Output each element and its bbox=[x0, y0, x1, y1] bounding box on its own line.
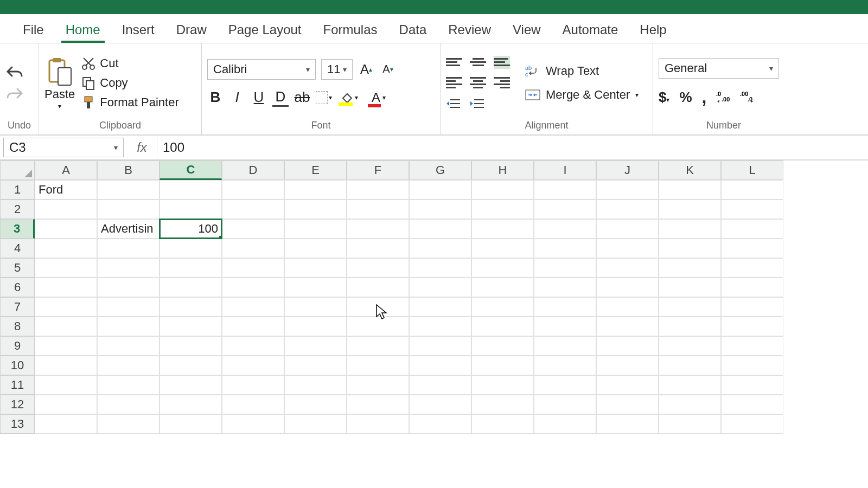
cell-F1[interactable] bbox=[347, 180, 409, 200]
cell-L4[interactable] bbox=[721, 239, 783, 258]
cell-L1[interactable] bbox=[721, 180, 783, 200]
cell-I11[interactable] bbox=[534, 375, 596, 395]
cell-D9[interactable] bbox=[222, 336, 284, 356]
cell-C13[interactable] bbox=[159, 414, 222, 434]
cell-I2[interactable] bbox=[534, 200, 596, 219]
cell-C9[interactable] bbox=[159, 336, 222, 356]
align-center-button[interactable] bbox=[470, 76, 486, 89]
cell-J13[interactable] bbox=[596, 414, 659, 434]
cell-K2[interactable] bbox=[659, 200, 721, 219]
cell-K9[interactable] bbox=[659, 336, 721, 356]
select-all-corner[interactable] bbox=[0, 160, 35, 180]
cell-E6[interactable] bbox=[284, 278, 347, 297]
cell-A2[interactable] bbox=[35, 200, 97, 219]
cell-K6[interactable] bbox=[659, 278, 721, 297]
cell-E12[interactable] bbox=[284, 395, 347, 414]
cell-H10[interactable] bbox=[471, 356, 534, 375]
cell-C3[interactable]: 100 bbox=[159, 219, 222, 239]
row-header-12[interactable]: 12 bbox=[0, 395, 35, 414]
fill-color-button[interactable]: ▾ bbox=[337, 92, 361, 104]
borders-button[interactable]: ▾ bbox=[316, 91, 332, 104]
row-header-9[interactable]: 9 bbox=[0, 336, 35, 356]
cell-B7[interactable] bbox=[97, 297, 159, 317]
align-middle-button[interactable] bbox=[470, 56, 486, 69]
cell-K4[interactable] bbox=[659, 239, 721, 258]
strikethrough-button[interactable]: ab bbox=[294, 89, 310, 106]
column-header-F[interactable]: F bbox=[347, 160, 409, 180]
cell-F4[interactable] bbox=[347, 239, 409, 258]
cell-H8[interactable] bbox=[471, 317, 534, 336]
cell-D8[interactable] bbox=[222, 317, 284, 336]
cell-J12[interactable] bbox=[596, 395, 659, 414]
column-header-C[interactable]: C bbox=[159, 160, 222, 180]
cell-I8[interactable] bbox=[534, 317, 596, 336]
cell-A13[interactable] bbox=[35, 414, 97, 434]
row-header-5[interactable]: 5 bbox=[0, 258, 35, 278]
copy-button[interactable]: Copy bbox=[81, 76, 179, 90]
cell-J11[interactable] bbox=[596, 375, 659, 395]
cell-I6[interactable] bbox=[534, 278, 596, 297]
cell-L13[interactable] bbox=[721, 414, 783, 434]
cell-F12[interactable] bbox=[347, 395, 409, 414]
cell-K8[interactable] bbox=[659, 317, 721, 336]
cell-A5[interactable] bbox=[35, 258, 97, 278]
cell-I10[interactable] bbox=[534, 356, 596, 375]
cell-E13[interactable] bbox=[284, 414, 347, 434]
cell-K11[interactable] bbox=[659, 375, 721, 395]
column-header-K[interactable]: K bbox=[659, 160, 721, 180]
tab-page-layout[interactable]: Page Layout bbox=[224, 19, 306, 43]
decrease-decimal-button[interactable]: .00.0 bbox=[740, 91, 754, 105]
cell-B10[interactable] bbox=[97, 356, 159, 375]
cell-C2[interactable] bbox=[159, 200, 222, 219]
cell-D12[interactable] bbox=[222, 395, 284, 414]
cell-H11[interactable] bbox=[471, 375, 534, 395]
cell-G1[interactable] bbox=[409, 180, 471, 200]
cell-E11[interactable] bbox=[284, 375, 347, 395]
tab-automate[interactable]: Automate bbox=[558, 19, 623, 43]
cell-K3[interactable] bbox=[659, 219, 721, 239]
row-header-1[interactable]: 1 bbox=[0, 180, 35, 200]
cell-J10[interactable] bbox=[596, 356, 659, 375]
cell-G6[interactable] bbox=[409, 278, 471, 297]
cell-E1[interactable] bbox=[284, 180, 347, 200]
cell-B8[interactable] bbox=[97, 317, 159, 336]
cell-C8[interactable] bbox=[159, 317, 222, 336]
cell-A7[interactable] bbox=[35, 297, 97, 317]
cell-F6[interactable] bbox=[347, 278, 409, 297]
column-header-I[interactable]: I bbox=[534, 160, 596, 180]
cell-F7[interactable] bbox=[347, 297, 409, 317]
column-header-B[interactable]: B bbox=[97, 160, 159, 180]
cell-B3[interactable]: Advertisin bbox=[97, 219, 159, 239]
cell-B4[interactable] bbox=[97, 239, 159, 258]
row-header-13[interactable]: 13 bbox=[0, 414, 35, 434]
cell-E2[interactable] bbox=[284, 200, 347, 219]
cell-F10[interactable] bbox=[347, 356, 409, 375]
cell-B13[interactable] bbox=[97, 414, 159, 434]
cell-L12[interactable] bbox=[721, 395, 783, 414]
column-header-G[interactable]: G bbox=[409, 160, 471, 180]
column-header-J[interactable]: J bbox=[596, 160, 659, 180]
align-left-button[interactable] bbox=[446, 76, 462, 89]
cell-E7[interactable] bbox=[284, 297, 347, 317]
undo-icon[interactable] bbox=[5, 65, 24, 79]
cell-E8[interactable] bbox=[284, 317, 347, 336]
cell-L5[interactable] bbox=[721, 258, 783, 278]
cell-G3[interactable] bbox=[409, 219, 471, 239]
formula-input[interactable]: 100 bbox=[157, 136, 868, 159]
row-header-2[interactable]: 2 bbox=[0, 200, 35, 219]
column-header-L[interactable]: L bbox=[721, 160, 783, 180]
accounting-format-button[interactable]: $▾ bbox=[659, 89, 669, 106]
cell-J3[interactable] bbox=[596, 219, 659, 239]
italic-button[interactable]: I bbox=[229, 89, 245, 106]
row-header-8[interactable]: 8 bbox=[0, 317, 35, 336]
format-painter-button[interactable]: Format Painter bbox=[81, 95, 179, 110]
cell-H12[interactable] bbox=[471, 395, 534, 414]
cell-B6[interactable] bbox=[97, 278, 159, 297]
cell-F8[interactable] bbox=[347, 317, 409, 336]
cell-A3[interactable] bbox=[35, 219, 97, 239]
cell-D11[interactable] bbox=[222, 375, 284, 395]
paste-button[interactable]: Paste ▾ bbox=[44, 56, 75, 110]
cell-A4[interactable] bbox=[35, 239, 97, 258]
cell-E10[interactable] bbox=[284, 356, 347, 375]
number-format-select[interactable]: General ▾ bbox=[659, 58, 779, 79]
